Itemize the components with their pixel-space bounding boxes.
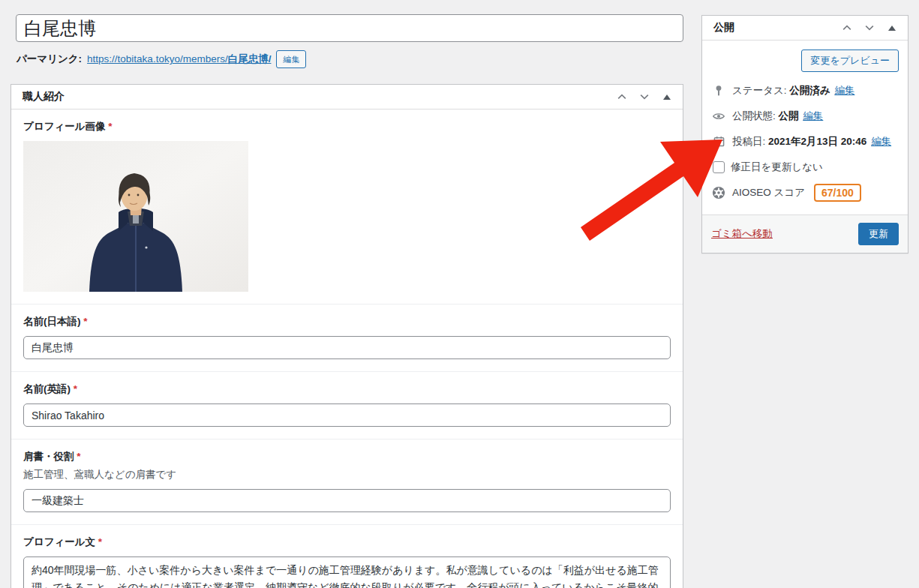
permalink-url-base: https://tobitaka.tokyo/members/ (87, 53, 228, 64)
publish-box: 公開 変更をプレビュー ステータス: (701, 15, 908, 254)
metabox-content: プロフィール画像 * (11, 110, 683, 588)
required-asterisk: * (77, 451, 80, 462)
publish-box-header: 公開 (702, 16, 908, 40)
field-name-ja: 名前(日本語) * (11, 304, 683, 371)
post-date-edit-link[interactable]: 編集 (871, 136, 891, 147)
visibility-row: 公開状態: 公開 編集 (711, 106, 899, 125)
required-asterisk: * (98, 536, 102, 548)
post-date-text: 投稿日: 2021年2月13日 20:46 編集 (732, 135, 891, 148)
move-to-trash-link[interactable]: ゴミ箱へ移動 (711, 227, 773, 241)
field-description-role: 施工管理、鳶職人などの肩書です (23, 468, 671, 482)
chevron-up-icon (841, 22, 853, 34)
profile-text-textarea[interactable]: 約40年間現場一筋、小さい案件から大きい案件まで一通りの施工管理経験があります。… (23, 556, 671, 588)
edit-post-screen: パーマリンク: https://tobitaka.tokyo/members/白… (0, 0, 919, 588)
field-label-text: プロフィール文 (23, 536, 95, 548)
name-ja-input[interactable] (23, 336, 671, 359)
field-label-profile-text: プロフィール文 * (23, 536, 671, 549)
aioseo-score-badge[interactable]: 67/100 (814, 184, 861, 202)
required-asterisk: * (83, 316, 87, 327)
eye-icon (711, 110, 726, 123)
post-title-input[interactable] (16, 14, 683, 42)
status-row: ステータス: 公開済み 編集 (711, 81, 899, 100)
post-date-value: 2021年2月13日 20:46 (768, 136, 866, 147)
move-up-button[interactable] (612, 87, 632, 106)
status-text: ステータス: 公開済み 編集 (732, 84, 854, 98)
field-label-name-ja: 名前(日本語) * (23, 315, 671, 328)
preview-row: 変更をプレビュー (711, 50, 899, 72)
required-asterisk: * (74, 383, 77, 394)
required-asterisk: * (108, 121, 112, 132)
metabox-header: 職人紹介 (11, 85, 683, 110)
permalink: パーマリンク: https://tobitaka.tokyo/members/白… (17, 50, 306, 69)
visibility-text: 公開状態: 公開 編集 (732, 110, 823, 123)
permalink-link[interactable]: https://tobitaka.tokyo/members/白尾忠博/ (87, 52, 271, 66)
metabox-craftsman-intro: 職人紹介 プロフィール画像 * (11, 84, 683, 588)
field-label-profile-image: プロフィール画像 * (23, 120, 671, 134)
move-down-button[interactable] (860, 18, 879, 38)
collapse-toggle-button[interactable] (882, 18, 902, 38)
field-role: 肩書・役割 * 施工管理、鳶職人などの肩書です (11, 439, 683, 524)
status-label: ステータス: (732, 85, 787, 96)
move-down-button[interactable] (635, 87, 654, 106)
calendar-icon (711, 136, 726, 147)
field-profile-text: プロフィール文 * 約40年間現場一筋、小さい案件から大きい案件まで一通りの施工… (11, 524, 683, 588)
publish-box-handle-actions (837, 18, 902, 38)
post-date-label: 投稿日: (732, 136, 765, 147)
collapse-toggle-button[interactable] (657, 87, 677, 106)
dont-update-modified-label: 修正日を更新しない (731, 160, 823, 174)
field-label-text: 肩書・役割 (23, 451, 74, 462)
chevron-down-icon (863, 22, 875, 34)
dont-update-modified-checkbox[interactable] (713, 161, 725, 173)
move-up-button[interactable] (837, 18, 857, 38)
permalink-edit-button[interactable]: 編集 (276, 50, 306, 68)
permalink-label: パーマリンク: (17, 52, 82, 66)
publish-box-content: 変更をプレビュー ステータス: 公開済み 編集 公開状態: 公開 編集 (702, 40, 908, 214)
field-profile-image: プロフィール画像 * (11, 110, 683, 304)
aioseo-gear-icon (711, 186, 726, 200)
chevron-up-icon (616, 91, 628, 103)
field-label-text: 名前(日本語) (23, 316, 81, 327)
publish-box-title: 公開 (713, 21, 734, 34)
update-button[interactable]: 更新 (858, 223, 899, 245)
metabox-title: 職人紹介 (23, 90, 65, 104)
status-value: 公開済み (789, 85, 830, 96)
permalink-slug: 白尾忠博/ (228, 53, 272, 64)
name-en-input[interactable] (23, 404, 671, 427)
triangle-up-icon (888, 26, 896, 31)
profile-photo[interactable] (23, 141, 248, 292)
publish-box-footer: ゴミ箱へ移動 更新 (702, 214, 908, 253)
pin-icon (711, 85, 726, 97)
status-edit-link[interactable]: 編集 (834, 85, 854, 96)
triangle-up-icon (663, 94, 671, 100)
profile-photo-image (23, 141, 248, 292)
visibility-edit-link[interactable]: 編集 (803, 110, 823, 122)
field-label-text: プロフィール画像 (23, 121, 106, 132)
field-label-name-en: 名前(英語) * (23, 382, 671, 396)
preview-changes-button[interactable]: 変更をプレビュー (801, 50, 899, 72)
visibility-value: 公開 (779, 110, 799, 122)
field-name-en: 名前(英語) * (11, 371, 683, 439)
aioseo-label: AIOSEO スコア (732, 186, 805, 200)
metabox-handle-actions (612, 87, 677, 106)
chevron-down-icon (638, 91, 650, 103)
aioseo-row: AIOSEO スコア 67/100 (711, 183, 899, 202)
role-input[interactable] (23, 489, 671, 512)
modified-date-row: 修正日を更新しない (711, 158, 899, 176)
field-label-text: 名前(英語) (23, 383, 71, 394)
field-label-role: 肩書・役割 * (23, 450, 671, 464)
post-date-row: 投稿日: 2021年2月13日 20:46 編集 (711, 132, 899, 151)
visibility-label: 公開状態: (732, 110, 776, 122)
